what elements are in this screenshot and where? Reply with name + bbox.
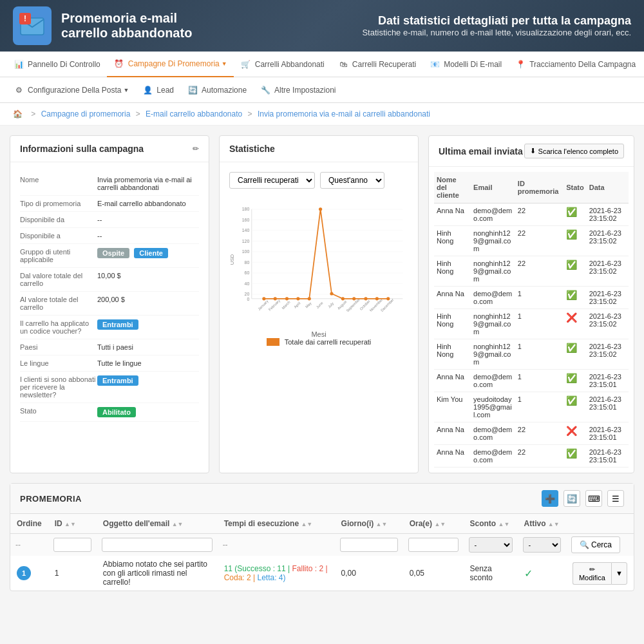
email-row-id: 22 (515, 422, 564, 445)
prom-row-1: 1 1 Abbiamo notato che sei partito con g… (10, 556, 634, 591)
filter-ore-input[interactable] (408, 538, 459, 552)
email-row-date: 2021-6-23 23:15:02 (587, 287, 629, 309)
breadcrumb-sep: > (31, 109, 37, 118)
email-row-id: 1 (515, 370, 564, 392)
filter-search: 🔍 Cerca (566, 534, 634, 556)
filter-attivo: - (518, 534, 566, 556)
svg-point-38 (274, 297, 277, 300)
nav-modelli[interactable]: 📧 Modelli Di E-mail (422, 52, 508, 77)
edit-icon[interactable]: ✏ (193, 144, 199, 153)
status-err-icon: ❌ (566, 426, 577, 436)
sort-ore: ▲▼ (434, 521, 446, 527)
email-row-status: ✅ (564, 370, 587, 392)
filter-id-input[interactable] (53, 538, 91, 552)
svg-text:February: February (268, 298, 281, 311)
email-row-email: demo@demo.com (471, 370, 515, 392)
nav-altre[interactable]: 🔧 Altre Impostazioni (253, 77, 342, 103)
th-oggetto: Oggetto dell'email ▲▼ (97, 514, 218, 534)
filter-sconto-select[interactable]: - (469, 537, 513, 553)
email-row-status: ✅ (564, 226, 587, 256)
svg-point-48 (386, 297, 390, 300)
filter-oggetto-input[interactable] (102, 538, 213, 552)
nav-automazione[interactable]: 🔄 Automazione (180, 77, 253, 103)
nav-campagne[interactable]: ⏰ Campagne Di Promemoria ▼ (107, 52, 234, 77)
breadcrumb-item-3[interactable]: Invia promemoria via e-mail ai carrelli … (258, 109, 430, 118)
last-email-panel-body: Nome del cliente Email ID promemoria Sta… (429, 167, 634, 473)
prom-row-1-oggetto: Abbiamo notato che sei partito con gli a… (97, 556, 218, 591)
modifica-dropdown-button[interactable]: ▼ (611, 562, 627, 585)
nav-tracciamento[interactable]: 📍 Tracciamento Della Campagna (508, 52, 642, 77)
stats-dropdown-2[interactable]: Quest'anno (320, 172, 384, 189)
email-row-status: ❌ (564, 422, 587, 445)
breadcrumb-item-2[interactable]: E-mail carrello abbandonato (146, 109, 242, 118)
filter-giorno-input[interactable] (340, 538, 398, 552)
breadcrumb: 🏠 > Campagne di promemoria > E-mail carr… (0, 103, 644, 126)
email-row-email: nonghinh129@gmail.com (471, 226, 515, 256)
row-number-badge: 1 (17, 566, 31, 580)
col-id: ID promemoria (515, 172, 564, 204)
prom-row-1-sconto: Senza sconto (464, 556, 518, 591)
nav-lead[interactable]: 👤 Lead (135, 77, 180, 103)
th-ore: Ora(e) ▲▼ (403, 514, 464, 534)
email-row-status: ✅ (564, 287, 587, 309)
terminal-button[interactable]: ⌨ (585, 490, 602, 507)
email-row-id: 22 (515, 256, 564, 287)
email-row-email: demo@demo.com (471, 204, 515, 226)
email-row-date: 2021-6-23 23:15:01 (587, 370, 629, 392)
svg-point-40 (296, 297, 299, 300)
email-row-name: Anna Na (434, 287, 471, 309)
email-table-header-row: Nome del cliente Email ID promemoria Sta… (434, 172, 629, 204)
last-email-title: Ultima email inviata (439, 146, 523, 156)
status-err-icon: ❌ (566, 312, 577, 323)
email-row-date: 2021-6-23 23:15:02 (587, 204, 629, 226)
email-table-row: Anna Na demo@demo.com 22 ✅ 2021-6-23 23:… (434, 445, 629, 468)
tempi-letta: Letta: 4) (257, 573, 285, 582)
chart-svg: USD (229, 195, 408, 324)
stats-dropdown-1[interactable]: Carrelli recuperati (229, 172, 315, 189)
add-button[interactable]: ➕ (542, 490, 558, 507)
email-row-date: 2021-6-23 23:15:02 (587, 256, 629, 287)
email-row-name: Hinh Nong (434, 256, 471, 287)
email-table-row: Anna Na demo@demo.com 22 ✅ 2021-6-23 23:… (434, 204, 629, 226)
email-table-row: Hinh Nong nonghinh129@gmail.com 22 ✅ 202… (434, 226, 629, 256)
svg-point-47 (375, 297, 379, 300)
filter-ore (403, 534, 464, 556)
email-row-id: 1 (515, 287, 564, 309)
download-icon: ⬇ (530, 147, 536, 155)
email-row-email: nonghinh129@gmail.com (471, 339, 515, 370)
nav-carrelli-ab[interactable]: 🛒 Carrelli Abbandonati (234, 52, 331, 77)
status-ok-icon: ✅ (566, 373, 577, 383)
search-button[interactable]: 🔍 Cerca (571, 536, 620, 553)
status-ok-icon: ✅ (566, 448, 577, 459)
nav-carrelli-rec[interactable]: 🛍 Carrelli Recuperati (331, 52, 422, 77)
filter-attivo-select[interactable]: - (523, 537, 561, 553)
sub-nav: ⚙ Configurazione Della Posta ▼ 👤 Lead 🔄 … (0, 77, 644, 103)
email-icon: 📧 (429, 59, 440, 70)
promemoria-table: Ordine ID ▲▼ Oggetto dell'email ▲▼ Tempi… (10, 514, 634, 591)
nav-config[interactable]: ⚙ Configurazione Della Posta ▼ (6, 77, 135, 103)
email-row-email: yeudoitoday1995@gmail.com (471, 392, 515, 422)
email-row-name: Anna Na (434, 204, 471, 226)
breadcrumb-item-1[interactable]: Campagne di promemoria (41, 109, 131, 118)
promemoria-actions: ➕ 🔄 ⌨ ☰ (542, 490, 624, 507)
info-row-tipo: Tipo di promemoria E-mail carrello abban… (20, 196, 199, 212)
nav-dashboard[interactable]: 📊 Pannello Di Controllo (6, 52, 107, 77)
badge-cliente: Cliente (134, 248, 168, 258)
attivo-check-icon: ✓ (524, 568, 533, 579)
svg-text:160: 160 (242, 218, 250, 222)
sort-attivo: ▲▼ (548, 521, 560, 527)
prom-row-1-tempi: 11 (Successo : 11 | Fallito : 2 | Coda: … (218, 556, 335, 591)
modifica-button[interactable]: ✏ Modifica (573, 562, 611, 585)
download-button[interactable]: ⬇ Scarica l'elenco completo (524, 144, 624, 158)
svg-text:180: 180 (242, 207, 250, 211)
refresh-button[interactable]: 🔄 (564, 490, 580, 507)
sort-id: ▲▼ (64, 521, 76, 527)
badge-entrambi-newsletter: Entrambi (97, 375, 138, 386)
sort-oggetto: ▲▼ (172, 521, 184, 527)
menu-button[interactable]: ☰ (607, 490, 624, 507)
filter-giorno (335, 534, 403, 556)
th-attivo: Attivo ▲▼ (518, 514, 566, 534)
email-row-email: nonghinh129@gmail.com (471, 256, 515, 287)
col-email: Email (471, 172, 515, 204)
prom-row-1-giorno: 0,00 (335, 556, 403, 591)
